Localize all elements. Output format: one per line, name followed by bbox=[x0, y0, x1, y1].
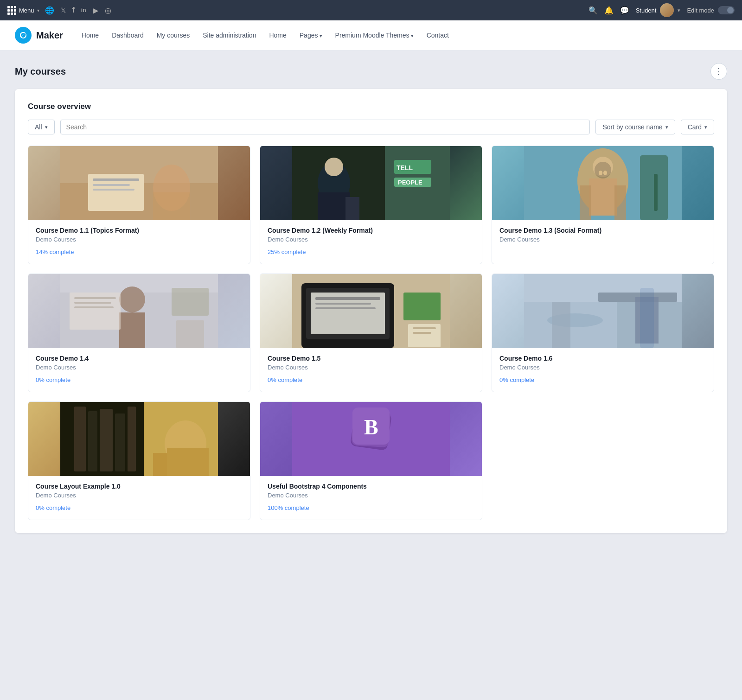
menu-arrow-icon: ▾ bbox=[37, 8, 39, 13]
course-card[interactable]: Course Layout Example 1.0 Demo Courses 0… bbox=[28, 401, 250, 520]
course-card[interactable]: B Useful Bootstrap 4 Components Demo Cou… bbox=[260, 401, 482, 520]
course-progress[interactable]: 25% complete bbox=[268, 248, 474, 255]
svg-rect-68 bbox=[115, 414, 125, 471]
search-input[interactable] bbox=[61, 120, 590, 134]
course-card-body: Course Demo 1.5 Demo Courses 0% complete bbox=[260, 348, 482, 392]
svg-rect-38 bbox=[74, 306, 114, 308]
course-name: Course Demo 1.5 bbox=[268, 355, 474, 362]
course-overview: Course overview All ▾ Sort by course nam… bbox=[15, 89, 727, 533]
course-category: Demo Courses bbox=[268, 236, 474, 243]
facebook-icon[interactable]: f bbox=[72, 6, 75, 14]
svg-text:TELL: TELL bbox=[397, 164, 413, 172]
svg-rect-36 bbox=[74, 297, 116, 299]
filter-dropdown[interactable]: All ▾ bbox=[28, 120, 55, 134]
course-card-body: Course Demo 1.1 (Topics Format) Demo Cou… bbox=[28, 220, 250, 264]
course-card-body: Course Demo 1.3 (Social Format) Demo Cou… bbox=[492, 220, 714, 264]
user-menu[interactable]: Student ▾ bbox=[636, 3, 681, 17]
nav-home2[interactable]: Home bbox=[269, 32, 286, 39]
nav-dashboard[interactable]: Dashboard bbox=[112, 32, 144, 39]
course-image bbox=[28, 274, 250, 348]
svg-rect-71 bbox=[167, 448, 209, 476]
nav-pages[interactable]: Pages bbox=[300, 32, 322, 39]
nav-contact[interactable]: Contact bbox=[427, 32, 449, 39]
course-card[interactable]: Course Demo 1.4 Demo Courses 0% complete bbox=[28, 274, 250, 392]
course-progress[interactable]: 14% complete bbox=[36, 248, 243, 255]
more-options-button[interactable]: ⋮ bbox=[710, 63, 727, 80]
course-name: Course Demo 1.4 bbox=[36, 355, 243, 362]
course-progress[interactable]: 100% complete bbox=[268, 504, 474, 511]
nav-my-courses[interactable]: My courses bbox=[157, 32, 190, 39]
course-name: Course Demo 1.1 (Topics Format) bbox=[36, 227, 243, 234]
svg-rect-39 bbox=[172, 288, 209, 316]
svg-rect-40 bbox=[176, 320, 204, 348]
course-card[interactable]: TELL PEOPLE Course Demo 1.2 (Weekly Form… bbox=[260, 146, 482, 264]
menu-button[interactable]: Menu ▾ bbox=[7, 6, 39, 15]
view-label: Card bbox=[688, 123, 702, 131]
course-category: Demo Courses bbox=[36, 236, 243, 243]
topbar-social-icons: 🌐 𝕏 f in ▶ ◎ bbox=[45, 6, 111, 15]
course-progress[interactable]: 0% complete bbox=[36, 504, 243, 511]
globe-icon[interactable]: 🌐 bbox=[45, 6, 54, 15]
svg-rect-51 bbox=[413, 327, 436, 329]
user-arrow-icon: ▾ bbox=[678, 7, 680, 13]
course-image bbox=[28, 146, 250, 220]
twitter-icon[interactable]: 𝕏 bbox=[61, 6, 66, 14]
svg-rect-52 bbox=[413, 332, 431, 334]
course-card[interactable]: Course Demo 1.1 (Topics Format) Demo Cou… bbox=[28, 146, 250, 264]
nav-site-admin[interactable]: Site administration bbox=[203, 32, 256, 39]
course-image bbox=[492, 146, 714, 220]
course-card-body: Course Layout Example 1.0 Demo Courses 0… bbox=[28, 476, 250, 520]
topbar: Menu ▾ 🌐 𝕏 f in ▶ ◎ 🔍 🔔 💬 Student ▾ Edit… bbox=[0, 0, 742, 20]
svg-rect-47 bbox=[315, 303, 371, 305]
nav-links: Home Dashboard My courses Site administr… bbox=[82, 32, 727, 39]
course-category: Demo Courses bbox=[268, 492, 474, 499]
svg-rect-24 bbox=[580, 185, 591, 220]
youtube-icon[interactable]: ▶ bbox=[93, 6, 98, 15]
svg-text:PEOPLE: PEOPLE bbox=[398, 179, 422, 186]
course-name: Useful Bootstrap 4 Components bbox=[268, 483, 474, 490]
svg-rect-23 bbox=[589, 178, 617, 216]
course-category: Demo Courses bbox=[36, 492, 243, 499]
toggle-switch[interactable] bbox=[718, 6, 735, 14]
course-category: Demo Courses bbox=[499, 364, 706, 371]
instagram-icon[interactable]: ◎ bbox=[105, 6, 111, 15]
svg-text:B: B bbox=[364, 415, 378, 439]
svg-rect-37 bbox=[74, 302, 111, 304]
page-title-row: My courses ⋮ bbox=[15, 63, 727, 80]
course-overview-title: Course overview bbox=[28, 102, 714, 111]
filters-row: All ▾ Sort by course name ▾ Card ▾ bbox=[28, 120, 714, 134]
sort-dropdown[interactable]: Sort by course name ▾ bbox=[595, 120, 675, 134]
filter-arrow-icon: ▾ bbox=[45, 124, 48, 130]
toggle-thumb bbox=[727, 7, 734, 13]
course-card[interactable]: Course Demo 1.5 Demo Courses 0% complete bbox=[260, 274, 482, 392]
logo[interactable]: Maker bbox=[15, 27, 63, 44]
svg-rect-25 bbox=[614, 185, 626, 220]
nav-premium-themes[interactable]: Premium Moodle Themes bbox=[335, 32, 414, 39]
nav-home[interactable]: Home bbox=[82, 32, 99, 39]
linkedin-icon[interactable]: in bbox=[81, 7, 86, 13]
course-category: Demo Courses bbox=[268, 364, 474, 371]
search-icon[interactable]: 🔍 bbox=[588, 6, 598, 15]
course-progress[interactable]: 0% complete bbox=[499, 376, 706, 383]
course-progress[interactable]: 0% complete bbox=[36, 376, 243, 383]
chat-icon[interactable]: 💬 bbox=[620, 6, 629, 15]
bell-icon[interactable]: 🔔 bbox=[604, 6, 614, 15]
course-image: TELL PEOPLE bbox=[260, 146, 482, 220]
page-title: My courses bbox=[15, 66, 66, 77]
topbar-left: Menu ▾ 🌐 𝕏 f in ▶ ◎ bbox=[7, 6, 111, 15]
svg-point-33 bbox=[119, 286, 145, 312]
svg-rect-65 bbox=[74, 407, 86, 471]
course-name: Course Demo 1.6 bbox=[499, 355, 706, 362]
svg-rect-16 bbox=[318, 192, 350, 220]
svg-rect-5 bbox=[93, 189, 134, 191]
svg-point-28 bbox=[603, 171, 607, 175]
course-card[interactable]: Course Demo 1.6 Demo Courses 0% complete bbox=[492, 274, 714, 392]
course-card-body: Course Demo 1.6 Demo Courses 0% complete bbox=[492, 348, 714, 392]
course-card[interactable]: Course Demo 1.3 (Social Format) Demo Cou… bbox=[492, 146, 714, 264]
edit-mode-toggle[interactable]: Edit mode bbox=[687, 6, 735, 14]
view-dropdown[interactable]: Card ▾ bbox=[681, 120, 714, 134]
topbar-right: 🔍 🔔 💬 Student ▾ Edit mode bbox=[588, 3, 735, 17]
svg-rect-49 bbox=[403, 293, 441, 320]
svg-rect-30 bbox=[654, 174, 658, 211]
course-progress[interactable]: 0% complete bbox=[268, 376, 474, 383]
